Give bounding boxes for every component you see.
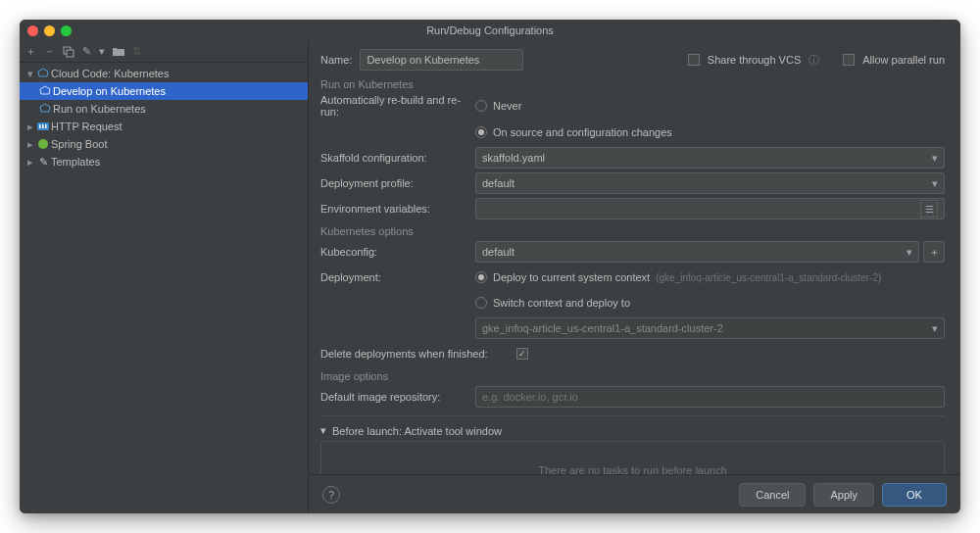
skaffold-value: skaffold.yaml xyxy=(482,152,545,164)
deploy-context-select[interactable]: gke_infoq-article_us-central1-a_standard… xyxy=(475,317,945,339)
tree-node-cloud-code[interactable]: ▾ Cloud Code: Kubernetes xyxy=(20,65,308,82)
deployment-label: Deployment: xyxy=(320,271,475,283)
tree-label: Run on Kubernetes xyxy=(53,103,146,115)
window-title: Run/Debug Configurations xyxy=(20,24,960,36)
section-k8s: Kubernetes options xyxy=(320,225,945,237)
radio-never[interactable] xyxy=(475,100,487,112)
config-tree: ▾ Cloud Code: Kubernetes Develop on Kube… xyxy=(20,63,308,513)
section-image: Image options xyxy=(320,370,945,382)
delete-deployments-checkbox[interactable] xyxy=(516,348,528,360)
http-icon xyxy=(35,121,51,131)
separator xyxy=(320,415,945,416)
deploy-switch-label: Switch context and deploy to xyxy=(493,297,630,309)
repo-input[interactable] xyxy=(475,386,945,408)
deploy-current-hint: (gke_infoq-article_us-central1-a_standar… xyxy=(656,272,881,283)
profile-select[interactable]: default ▾ xyxy=(475,172,945,194)
allow-parallel-label: Allow parallel run xyxy=(862,54,945,66)
wrench-icon[interactable]: ✎ xyxy=(82,45,91,58)
share-vcs-label: Share through VCS xyxy=(708,54,801,66)
sidebar: ＋ － ✎ ▾ ⇅ ▾ Cloud Code: Kubernetes Devel… xyxy=(20,41,309,513)
apply-button[interactable]: Apply xyxy=(813,483,874,507)
cancel-label: Cancel xyxy=(756,489,789,501)
section-run: Run on Kubernetes xyxy=(320,78,945,90)
chevron-down-icon: ▾ xyxy=(320,424,326,437)
tree-node-run[interactable]: Run on Kubernetes xyxy=(20,100,308,118)
before-launch-list: There are no tasks to run before launch xyxy=(320,441,945,474)
radio-deploy-current[interactable] xyxy=(475,271,487,283)
copy-icon[interactable] xyxy=(63,46,74,58)
cancel-button[interactable]: Cancel xyxy=(739,483,806,507)
ok-label: OK xyxy=(906,489,922,501)
svg-rect-7 xyxy=(42,124,44,128)
chevron-down-icon: ▾ xyxy=(25,68,35,80)
svg-marker-3 xyxy=(40,86,50,94)
before-launch-label: Before launch: Activate tool window xyxy=(332,425,502,437)
spring-icon xyxy=(35,138,51,150)
form-scroll: Name: Develop on Kubernetes Share throug… xyxy=(309,41,960,474)
repo-label: Default image repository: xyxy=(320,391,475,403)
help-icon[interactable]: ⓘ xyxy=(808,53,819,68)
radio-never-label: Never xyxy=(493,100,521,112)
chevron-down-icon: ▾ xyxy=(932,152,938,165)
tree-label: Develop on Kubernetes xyxy=(53,85,166,97)
share-vcs-checkbox[interactable] xyxy=(688,54,700,66)
name-value: Develop on Kubernetes xyxy=(367,54,479,66)
tree-label: Cloud Code: Kubernetes xyxy=(51,68,169,79)
radio-on-change-label: On source and configuration changes xyxy=(493,126,672,138)
before-launch-toggle[interactable]: ▾ Before launch: Activate tool window xyxy=(320,424,945,437)
svg-rect-1 xyxy=(67,50,74,57)
skaffold-label: Skaffold configuration: xyxy=(320,152,475,164)
expand-icon[interactable]: ⇅ xyxy=(132,45,141,58)
titlebar: Run/Debug Configurations xyxy=(20,20,960,41)
auto-rebuild-label: Automatically re-build and re-run: xyxy=(320,94,475,118)
add-kubeconfig-button[interactable]: ＋ xyxy=(923,241,945,263)
tree-node-templates[interactable]: ▸ ✎ Templates xyxy=(20,153,308,170)
kubeconfig-value: default xyxy=(482,246,514,258)
profile-label: Deployment profile: xyxy=(320,177,475,189)
radio-on-change[interactable] xyxy=(475,126,487,138)
chevron-down-icon: ▾ xyxy=(932,322,938,335)
tree-label: Spring Boot xyxy=(51,138,107,150)
kubeconfig-select[interactable]: default ▾ xyxy=(475,241,919,263)
dialog-body: ＋ － ✎ ▾ ⇅ ▾ Cloud Code: Kubernetes Devel… xyxy=(20,41,960,513)
deploy-current-label: Deploy to current system context xyxy=(493,271,650,283)
env-label: Environment variables: xyxy=(320,203,475,215)
kubernetes-icon xyxy=(37,103,53,115)
list-edit-icon[interactable]: ☰ xyxy=(920,200,938,218)
wrench-icon: ✎ xyxy=(35,156,51,169)
before-launch-empty: There are no tasks to run before launch xyxy=(538,464,727,474)
apply-label: Apply xyxy=(830,489,858,501)
dialog-window: Run/Debug Configurations ＋ － ✎ ▾ ⇅ ▾ Clo… xyxy=(20,20,960,513)
kubernetes-icon xyxy=(35,68,51,79)
allow-parallel-checkbox[interactable] xyxy=(843,54,855,66)
svg-marker-2 xyxy=(38,69,48,76)
up-down-icon[interactable]: ▾ xyxy=(99,45,105,58)
dialog-footer: ? Cancel Apply OK xyxy=(309,474,960,513)
tree-label: HTTP Request xyxy=(51,121,122,132)
folder-icon[interactable] xyxy=(113,47,124,57)
tree-label: Templates xyxy=(51,156,100,168)
env-input[interactable]: ☰ xyxy=(475,198,945,219)
tree-node-http[interactable]: ▸ HTTP Request xyxy=(20,118,308,135)
radio-deploy-switch[interactable] xyxy=(475,297,487,309)
ok-button[interactable]: OK xyxy=(882,483,947,507)
deploy-context-value: gke_infoq-article_us-central1-a_standard… xyxy=(482,322,723,334)
svg-rect-6 xyxy=(39,124,41,128)
name-label: Name: xyxy=(320,54,352,66)
sidebar-toolbar: ＋ － ✎ ▾ ⇅ xyxy=(20,41,308,63)
svg-marker-4 xyxy=(40,104,50,112)
kubeconfig-label: Kubeconfig: xyxy=(320,246,475,258)
chevron-down-icon: ▾ xyxy=(932,177,938,190)
help-button[interactable]: ? xyxy=(322,486,340,504)
svg-point-9 xyxy=(38,139,48,149)
remove-icon[interactable]: － xyxy=(44,44,55,59)
main-panel: Name: Develop on Kubernetes Share throug… xyxy=(309,41,960,513)
chevron-right-icon: ▸ xyxy=(25,121,35,133)
tree-node-spring[interactable]: ▸ Spring Boot xyxy=(20,135,308,153)
add-icon[interactable]: ＋ xyxy=(25,44,36,59)
tree-node-develop[interactable]: Develop on Kubernetes xyxy=(20,82,308,100)
name-input[interactable]: Develop on Kubernetes xyxy=(360,49,522,71)
skaffold-select[interactable]: skaffold.yaml ▾ xyxy=(475,147,945,169)
svg-rect-8 xyxy=(45,124,47,128)
chevron-down-icon: ▾ xyxy=(906,246,912,259)
